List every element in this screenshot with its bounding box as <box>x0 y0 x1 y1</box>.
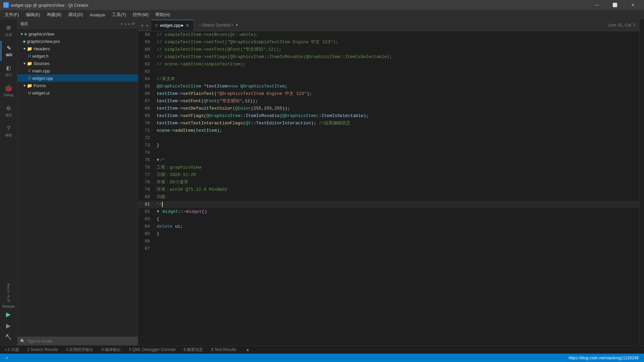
graphicsview-section: gra-view <box>7 282 10 303</box>
line-content-76: 工程：graphicsView <box>157 164 639 171</box>
tree-item-sources[interactable]: ▼ 📁 Sources <box>17 60 138 67</box>
line-content-63 <box>157 68 639 75</box>
debug-run-button[interactable]: ▶ <box>3 320 14 331</box>
line-num-81: 81 <box>138 201 157 208</box>
nav-back-icon[interactable]: ◂ <box>124 21 127 26</box>
line-content-67: textItem->setFont(QFont("华文琥珀",12)); <box>157 98 639 105</box>
code-line-85: 85 } <box>138 230 639 238</box>
line-num-72: 72 <box>138 134 157 142</box>
line-num-73: 73 <box>138 142 157 149</box>
menu-build[interactable]: 构建(B) <box>44 10 65 19</box>
search-input[interactable] <box>27 339 135 344</box>
menu-controls[interactable]: 控件(W) <box>129 10 152 19</box>
tab-widget-cpp[interactable]: C widget.cpp● ✕ <box>151 20 194 31</box>
tree-label-widget-ui: widget.ui <box>32 90 49 96</box>
menu-tools[interactable]: 工具(T) <box>109 10 130 19</box>
sidebar-item-welcome[interactable]: ⊞ 欢迎 <box>1 21 17 41</box>
tree-item-widget-h[interactable]: H widget.h <box>17 52 138 60</box>
code-line-59: 59 // simpleTextItem->setText("QGraphics… <box>138 39 639 46</box>
code-line-74: 74 <box>138 149 639 157</box>
bottom-tab-qml[interactable]: 5 QML Debugger Console <box>125 346 179 354</box>
nav-forward-editor[interactable]: ▸ <box>145 22 150 28</box>
sidebar-item-help[interactable]: ? 帮助 <box>1 121 17 141</box>
bottom-tab-issues[interactable]: ⚠ 1 问题 <box>0 346 23 354</box>
search-bar: 🔍 <box>17 337 138 345</box>
sources-folder-icon: 📁 <box>27 61 32 66</box>
bottom-tab-appout[interactable]: 3 应用程序输出 <box>62 346 97 354</box>
line-content-74 <box>157 149 639 157</box>
tree-item-widget-ui[interactable]: U widget.ui <box>17 89 138 97</box>
tree-item-forms[interactable]: ▼ 📁 Forms <box>17 82 138 89</box>
tree-item-graphicsview[interactable]: ▼ ◈ graphicsView <box>17 30 138 38</box>
menu-help[interactable]: 帮助(H) <box>152 10 173 19</box>
tree-item-widget-cpp[interactable]: C widget.cpp <box>17 74 138 82</box>
nav-back-editor[interactable]: ◂ <box>140 22 144 28</box>
cpp-file-icon: C <box>28 69 31 73</box>
tree-label-sources: Sources <box>34 61 50 66</box>
build-button[interactable]: 🔨 <box>3 332 14 343</box>
close-button[interactable]: ✕ <box>625 0 641 10</box>
window-controls: — ⬜ ✕ <box>589 0 641 10</box>
run-button[interactable]: ▶ <box>3 309 14 320</box>
fold-arrow-75[interactable]: ▼ <box>157 158 159 163</box>
bottom-tab-compile[interactable]: 4 编译输出 <box>97 346 125 354</box>
line-content-60: // simpleTextItem->setFont(QFont("华文琥珀",… <box>157 46 639 53</box>
sidebar-item-projects[interactable]: ⚙ 项目 <box>1 101 17 121</box>
tree-label-forms: Forms <box>34 83 46 88</box>
forms-folder-icon: 📁 <box>27 83 32 88</box>
fold-arrow-82[interactable]: ▼ <box>157 209 159 214</box>
tree-label-widget-cpp: widget.cpp <box>32 76 53 81</box>
line-num-63: 63 <box>138 68 157 75</box>
title-text: widget.cpp @ graphicsView - Qt Creator <box>11 3 89 8</box>
line-num-74: 74 <box>138 149 157 157</box>
line-num-67: 67 <box>138 98 157 105</box>
line-num-82: 82 <box>138 208 157 216</box>
expand-arrow-sources: ▼ <box>23 62 26 65</box>
cursor-position: Line: 81, Col: 3 <box>608 23 639 27</box>
line-content-59: // simpleTextItem->setText("QGraphicsSim… <box>157 39 639 46</box>
code-line-77: 77 日期：2020-12-20 <box>138 171 639 179</box>
code-view[interactable]: 58 // simpleTextItem->setBrush(Qt::white… <box>138 31 639 345</box>
nav-forward-icon[interactable]: ▸ <box>128 21 130 26</box>
scrollbar-track[interactable] <box>639 19 644 345</box>
minimize-button[interactable]: — <box>589 0 604 10</box>
project-tree: ▼ ◈ graphicsView ◆ graphicsView.pro ▼ 📁 … <box>17 29 138 337</box>
sidebar-item-edit[interactable]: ✎ 编辑 <box>1 41 17 61</box>
bottom-tab-expand[interactable]: ▲ <box>242 346 254 354</box>
sync-icon[interactable]: ⟳ <box>132 21 135 26</box>
issues-icon: ⚠ <box>4 347 8 352</box>
status-right: https://blog.csdn.net/xiaolong11226249 <box>566 356 641 360</box>
sidebar-item-debug[interactable]: 🐞 Debug <box>1 81 17 101</box>
bottom-tab-overview[interactable]: 6 概要信息 <box>179 346 207 354</box>
line-content-62: // scene->addItem(simpleTextItem); <box>157 61 639 68</box>
line-content-65: QGraphicsTextItem *textItem=new QGraphic… <box>157 83 639 90</box>
code-line-76: 76 工程：graphicsView <box>138 164 639 171</box>
line-num-70: 70 <box>138 120 157 127</box>
menu-edit[interactable]: 编辑(E) <box>22 10 44 19</box>
h-file-icon: H <box>28 54 31 58</box>
line-num-58: 58 <box>138 31 157 39</box>
project-header-controls: ▾ ◂ ▸ ⟳ <box>120 21 135 26</box>
tree-item-headers[interactable]: ▼ 📁 Headers <box>17 45 138 52</box>
tree-item-main-cpp[interactable]: C main.cpp <box>17 67 138 74</box>
content-area: ⊞ 欢迎 ✎ 编辑 ◧ 设计 🐞 Debug ⚙ 项目 <box>0 19 644 345</box>
bottom-tab-test[interactable]: 8 Test Results <box>207 346 240 354</box>
filter-icon[interactable]: ▾ <box>120 21 123 26</box>
tree-item-pro[interactable]: ◆ graphicsView.pro <box>17 38 138 45</box>
help-icon: ? <box>6 125 10 132</box>
graphicsview-label[interactable]: gra-view <box>7 282 10 303</box>
maximize-button[interactable]: ⬜ <box>607 0 623 10</box>
menu-file[interactable]: 文件(F) <box>1 10 22 19</box>
sidebar-item-design[interactable]: ◧ 设计 <box>1 61 17 81</box>
release-label: Release <box>2 305 15 308</box>
tab-close-widget-cpp[interactable]: ✕ <box>185 23 190 28</box>
bottom-tab-search[interactable]: 2 Search Results <box>23 346 62 354</box>
tree-label-headers: Headers <box>34 46 50 51</box>
menu-analyze[interactable]: Analyze <box>86 11 108 19</box>
line-num-69: 69 <box>138 112 157 120</box>
status-build[interactable]: ✓ <box>3 354 11 362</box>
status-url[interactable]: https://blog.csdn.net/xiaolong11226249 <box>566 356 641 360</box>
menu-debug[interactable]: 调试(D) <box>65 10 86 19</box>
editor-nav: ◂ ▸ <box>138 22 151 28</box>
symbol-select[interactable]: ＜Select Symbol＞ ▾ <box>194 20 242 31</box>
